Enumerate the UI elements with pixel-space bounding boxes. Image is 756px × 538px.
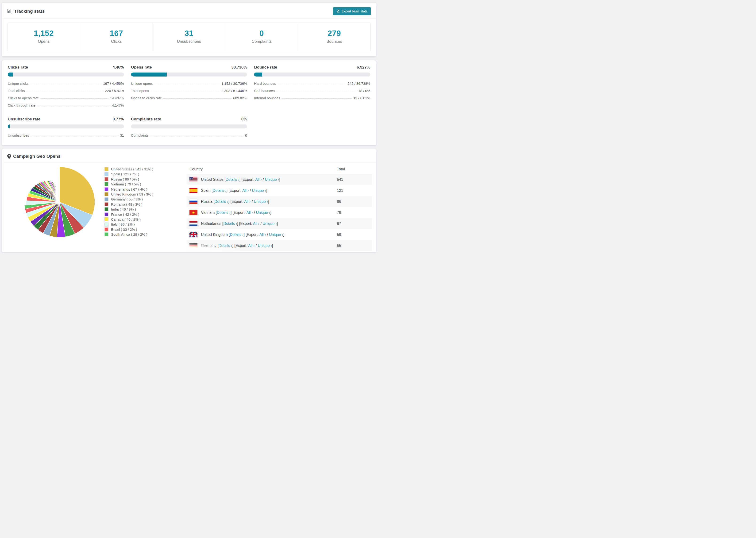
- rate-stat-row: Total opens2,303 / 61.446%: [131, 87, 247, 94]
- total-cell: 121: [337, 188, 372, 193]
- rate-stat-value: 1,152 / 30.736%: [221, 81, 247, 85]
- country-cell: Russia [Details ›] [Export: All › / Uniq…: [201, 199, 337, 204]
- rate-progress-fill: [8, 125, 10, 129]
- details-link[interactable]: Details ›: [219, 243, 233, 248]
- legend-item: Brazil ( 33 / 2% ): [104, 227, 187, 232]
- dotted-leader: [26, 91, 104, 91]
- country-name: Netherlands: [201, 222, 221, 226]
- details-link[interactable]: Details ›: [213, 188, 227, 192]
- country-name: Germany: [201, 243, 216, 248]
- details-link[interactable]: Details ›: [223, 222, 237, 226]
- export-unique-link[interactable]: Unique ›: [262, 222, 277, 226]
- legend-item: United Kingdom ( 59 / 3% ): [104, 192, 187, 197]
- stat-label: Bounces: [299, 39, 369, 44]
- stat-cell-clicks: 167Clicks: [80, 23, 153, 51]
- rate-value: 0.77%: [112, 117, 124, 122]
- stat-value: 1,152: [9, 29, 79, 38]
- rate-stat-value: 0: [245, 133, 247, 137]
- rate-section-complaints-rate: Complaints rate0%Complaints0: [131, 117, 247, 139]
- geo-table: Country Total United States [Details ›] …: [187, 164, 372, 251]
- rate-value: 6.927%: [357, 65, 370, 70]
- export-prefix: Export:: [230, 188, 242, 192]
- geo-legend: United States ( 541 / 31% )Spain ( 121 /…: [104, 167, 187, 251]
- export-unique-link[interactable]: Unique ›: [254, 199, 268, 203]
- rate-stat-value: 167 / 4.456%: [103, 81, 124, 85]
- rate-stat-row: Internal bounces19 / 6.81%: [254, 94, 370, 102]
- dotted-leader: [40, 98, 109, 99]
- total-cell: 67: [337, 222, 372, 226]
- export-all-link[interactable]: All ›: [248, 243, 255, 248]
- details-link[interactable]: Details ›: [215, 199, 229, 203]
- country-name: Vietnam: [201, 211, 215, 215]
- rate-stat-label: Total clicks: [8, 89, 25, 93]
- dotted-leader: [276, 91, 357, 91]
- export-all-link[interactable]: All ›: [242, 188, 249, 192]
- rate-stat-row: Opens to clicks rate689.82%: [131, 94, 247, 102]
- legend-label: Spain ( 121 / 7% ): [111, 172, 139, 177]
- details-link[interactable]: Details ›: [230, 233, 244, 237]
- export-unique-link[interactable]: Unique ›: [269, 233, 283, 237]
- dotted-leader: [278, 84, 346, 84]
- dotted-leader: [154, 84, 220, 84]
- country-cell: United Kingdom [Details ›] [Export: All …: [201, 233, 337, 237]
- map-pin-icon: [7, 154, 11, 159]
- stat-label: Opens: [9, 39, 79, 44]
- legend-label: United States ( 541 / 31% ): [111, 167, 153, 172]
- export-unique-link[interactable]: Unique ›: [258, 243, 272, 248]
- stat-cell-bounces: 279Bounces: [298, 23, 370, 51]
- legend-label: Brazil ( 33 / 2% ): [111, 227, 137, 232]
- rate-stat-row: Unique clicks167 / 4.456%: [8, 80, 124, 87]
- export-all-link[interactable]: All ›: [244, 199, 251, 203]
- rate-title: Unsubscribe rate: [8, 117, 40, 122]
- export-all-link[interactable]: All ›: [255, 178, 262, 182]
- campaign-geo-opens-card: Campaign Geo Opens United States ( 541 /…: [2, 149, 376, 252]
- rates-card: Clicks rate4.46%Unique clicks167 / 4.456…: [2, 60, 376, 145]
- geo-table-row-nl: Netherlands [Details ›] [Export: All › /…: [187, 218, 372, 229]
- rate-stat-row: Clicks to opens rate14.497%: [8, 94, 124, 102]
- rate-stat-row: Click through rate4.147%: [8, 102, 124, 109]
- stat-value: 279: [299, 29, 369, 38]
- rate-progress-fill: [254, 73, 262, 77]
- export-all-link[interactable]: All ›: [246, 211, 253, 215]
- rate-progress-track: [131, 125, 247, 129]
- export-unique-link[interactable]: Unique ›: [265, 178, 279, 182]
- legend-label: Netherlands ( 67 / 4% ): [111, 187, 147, 192]
- rate-stat-row: Unsubscribes31: [8, 132, 124, 139]
- stat-label: Complaints: [227, 39, 296, 44]
- details-link[interactable]: Details ›: [226, 178, 240, 182]
- country-name: United Kingdom: [201, 233, 228, 237]
- legend-swatch: [104, 172, 108, 176]
- rate-stat-label: Complaints: [131, 133, 149, 137]
- legend-item: Vietnam ( 79 / 5% ): [104, 182, 187, 187]
- country-column-header: Country: [189, 167, 337, 171]
- legend-swatch: [104, 202, 108, 206]
- total-cell: 541: [337, 178, 372, 182]
- export-all-link[interactable]: All ›: [253, 222, 259, 226]
- geo-table-row-vn: ★Vietnam [Details ›] [Export: All › / Un…: [187, 207, 372, 218]
- legend-item: France ( 42 / 2% ): [104, 212, 187, 217]
- tracking-stats-card: Tracking stats Export basic stats 1,152O…: [2, 2, 376, 57]
- details-link[interactable]: Details ›: [217, 211, 231, 215]
- rate-stat-label: Total opens: [131, 89, 149, 93]
- rate-section-opens-rate: Opens rate30.736%Unique opens1,152 / 30.…: [131, 65, 247, 109]
- rate-stat-label: Unsubscribes: [8, 133, 29, 137]
- legend-item: Russia ( 86 / 5% ): [104, 177, 187, 182]
- legend-swatch: [104, 197, 108, 201]
- export-basic-stats-button[interactable]: Export basic stats: [333, 7, 371, 15]
- rate-title: Opens rate: [131, 65, 152, 70]
- export-all-link[interactable]: All ›: [259, 233, 266, 237]
- flag-nl-icon: [189, 221, 197, 226]
- country-cell: Germany [Details ›] [Export: All › / Uni…: [201, 243, 337, 248]
- rate-stat-row: Hard bounces242 / 86.738%: [254, 80, 370, 87]
- dotted-leader: [163, 98, 232, 99]
- legend-item: India ( 46 / 3% ): [104, 207, 187, 212]
- rate-stat-value: 14.497%: [110, 96, 124, 100]
- export-unique-link[interactable]: Unique ›: [252, 188, 266, 192]
- total-cell: 59: [337, 233, 372, 237]
- total-cell: 86: [337, 199, 372, 204]
- legend-swatch: [104, 187, 108, 191]
- export-unique-link[interactable]: Unique ›: [256, 211, 270, 215]
- rate-progress-track: [8, 125, 124, 129]
- rate-stat-label: Soft bounces: [254, 89, 275, 93]
- legend-label: Germany ( 55 / 3% ): [111, 197, 143, 202]
